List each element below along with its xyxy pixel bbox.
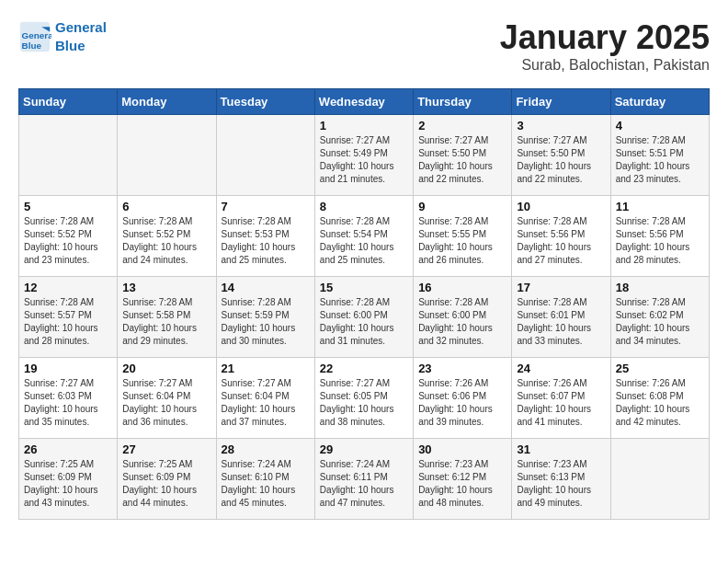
cell-info: Sunrise: 7:24 AMSunset: 6:10 PMDaylight:… <box>222 458 310 510</box>
weekday-header-tuesday: Tuesday <box>216 89 314 115</box>
day-number: 20 <box>122 362 210 375</box>
cell-info: Sunrise: 7:27 AMSunset: 5:50 PMDaylight:… <box>418 134 506 186</box>
calendar-cell <box>216 115 314 196</box>
cell-info: Sunrise: 7:27 AMSunset: 5:50 PMDaylight:… <box>517 134 605 186</box>
calendar-cell: 3Sunrise: 7:27 AMSunset: 5:50 PMDaylight… <box>512 115 610 196</box>
cell-info: Sunrise: 7:28 AMSunset: 5:56 PMDaylight:… <box>616 215 704 267</box>
day-number: 3 <box>517 119 605 132</box>
weekday-header-row: SundayMondayTuesdayWednesdayThursdayFrid… <box>19 89 710 115</box>
day-number: 18 <box>616 281 704 294</box>
calendar-cell: 29Sunrise: 7:24 AMSunset: 6:11 PMDayligh… <box>314 439 413 520</box>
calendar-cell: 1Sunrise: 7:27 AMSunset: 5:49 PMDaylight… <box>314 115 413 196</box>
svg-text:Blue: Blue <box>22 40 42 50</box>
day-number: 5 <box>24 200 112 213</box>
calendar-cell: 30Sunrise: 7:23 AMSunset: 6:12 PMDayligh… <box>414 439 512 520</box>
day-number: 24 <box>517 362 605 375</box>
calendar-week-row: 12Sunrise: 7:28 AMSunset: 5:57 PMDayligh… <box>19 277 710 358</box>
day-number: 16 <box>418 281 506 294</box>
day-number: 17 <box>517 281 605 294</box>
cell-info: Sunrise: 7:28 AMSunset: 5:53 PMDaylight:… <box>222 215 310 267</box>
calendar-cell: 2Sunrise: 7:27 AMSunset: 5:50 PMDaylight… <box>414 115 512 196</box>
day-number: 23 <box>418 362 506 375</box>
day-number: 4 <box>616 119 704 132</box>
calendar-week-row: 26Sunrise: 7:25 AMSunset: 6:09 PMDayligh… <box>19 439 710 520</box>
calendar-week-row: 1Sunrise: 7:27 AMSunset: 5:49 PMDaylight… <box>19 115 710 196</box>
day-number: 15 <box>320 281 408 294</box>
day-number: 9 <box>418 200 506 213</box>
cell-info: Sunrise: 7:28 AMSunset: 5:52 PMDaylight:… <box>24 215 112 267</box>
calendar-cell: 18Sunrise: 7:28 AMSunset: 6:02 PMDayligh… <box>610 277 709 358</box>
day-number: 11 <box>616 200 704 213</box>
day-number: 1 <box>320 119 408 132</box>
calendar-cell: 23Sunrise: 7:26 AMSunset: 6:06 PMDayligh… <box>414 358 512 439</box>
weekday-header-monday: Monday <box>118 89 216 115</box>
calendar-cell: 16Sunrise: 7:28 AMSunset: 6:00 PMDayligh… <box>414 277 512 358</box>
day-number: 25 <box>616 362 704 375</box>
calendar-cell <box>118 115 216 196</box>
weekday-header-sunday: Sunday <box>19 89 118 115</box>
calendar-cell: 19Sunrise: 7:27 AMSunset: 6:03 PMDayligh… <box>19 358 118 439</box>
cell-info: Sunrise: 7:28 AMSunset: 6:02 PMDaylight:… <box>616 296 704 348</box>
page-header: General Blue General Blue January 2025 S… <box>18 18 710 74</box>
calendar-subtitle: Surab, Balochistan, Pakistan <box>500 57 710 74</box>
cell-info: Sunrise: 7:28 AMSunset: 5:54 PMDaylight:… <box>320 215 408 267</box>
cell-info: Sunrise: 7:24 AMSunset: 6:11 PMDaylight:… <box>320 458 408 510</box>
cell-info: Sunrise: 7:28 AMSunset: 5:56 PMDaylight:… <box>517 215 605 267</box>
calendar-cell <box>610 439 709 520</box>
cell-info: Sunrise: 7:28 AMSunset: 6:00 PMDaylight:… <box>320 296 408 348</box>
calendar-cell: 6Sunrise: 7:28 AMSunset: 5:52 PMDaylight… <box>118 196 216 277</box>
cell-info: Sunrise: 7:28 AMSunset: 6:01 PMDaylight:… <box>517 296 605 348</box>
logo: General Blue General Blue <box>18 18 107 54</box>
calendar-cell: 7Sunrise: 7:28 AMSunset: 5:53 PMDaylight… <box>216 196 314 277</box>
calendar-cell: 5Sunrise: 7:28 AMSunset: 5:52 PMDaylight… <box>19 196 118 277</box>
weekday-header-thursday: Thursday <box>414 89 512 115</box>
day-number: 21 <box>222 362 310 375</box>
day-number: 12 <box>24 281 112 294</box>
calendar-cell <box>19 115 118 196</box>
title-block: January 2025 Surab, Balochistan, Pakista… <box>500 18 710 74</box>
day-number: 14 <box>222 281 310 294</box>
day-number: 28 <box>222 442 310 456</box>
day-number: 30 <box>418 442 506 456</box>
calendar-cell: 21Sunrise: 7:27 AMSunset: 6:04 PMDayligh… <box>216 358 314 439</box>
cell-info: Sunrise: 7:28 AMSunset: 5:55 PMDaylight:… <box>418 215 506 267</box>
cell-info: Sunrise: 7:23 AMSunset: 6:12 PMDaylight:… <box>418 458 506 510</box>
day-number: 22 <box>320 362 408 375</box>
cell-info: Sunrise: 7:27 AMSunset: 6:03 PMDaylight:… <box>24 377 112 429</box>
logo-line1: General <box>55 18 107 37</box>
calendar-cell: 24Sunrise: 7:26 AMSunset: 6:07 PMDayligh… <box>512 358 610 439</box>
calendar-cell: 13Sunrise: 7:28 AMSunset: 5:58 PMDayligh… <box>118 277 216 358</box>
day-number: 19 <box>24 362 112 375</box>
cell-info: Sunrise: 7:28 AMSunset: 5:59 PMDaylight:… <box>222 296 310 348</box>
calendar-cell: 27Sunrise: 7:25 AMSunset: 6:09 PMDayligh… <box>118 439 216 520</box>
cell-info: Sunrise: 7:28 AMSunset: 5:58 PMDaylight:… <box>122 296 210 348</box>
cell-info: Sunrise: 7:28 AMSunset: 5:51 PMDaylight:… <box>616 134 704 186</box>
calendar-week-row: 5Sunrise: 7:28 AMSunset: 5:52 PMDaylight… <box>19 196 710 277</box>
day-number: 13 <box>122 281 210 294</box>
calendar-cell: 8Sunrise: 7:28 AMSunset: 5:54 PMDaylight… <box>314 196 413 277</box>
day-number: 31 <box>517 442 605 456</box>
weekday-header-saturday: Saturday <box>610 89 709 115</box>
calendar-cell: 25Sunrise: 7:26 AMSunset: 6:08 PMDayligh… <box>610 358 709 439</box>
cell-info: Sunrise: 7:25 AMSunset: 6:09 PMDaylight:… <box>122 458 210 510</box>
calendar-cell: 10Sunrise: 7:28 AMSunset: 5:56 PMDayligh… <box>512 196 610 277</box>
day-number: 7 <box>222 200 310 213</box>
day-number: 29 <box>320 442 408 456</box>
calendar-cell: 22Sunrise: 7:27 AMSunset: 6:05 PMDayligh… <box>314 358 413 439</box>
calendar-cell: 11Sunrise: 7:28 AMSunset: 5:56 PMDayligh… <box>610 196 709 277</box>
weekday-header-friday: Friday <box>512 89 610 115</box>
cell-info: Sunrise: 7:28 AMSunset: 5:57 PMDaylight:… <box>24 296 112 348</box>
logo-line2: Blue <box>55 37 107 55</box>
calendar-week-row: 19Sunrise: 7:27 AMSunset: 6:03 PMDayligh… <box>19 358 710 439</box>
calendar-cell: 9Sunrise: 7:28 AMSunset: 5:55 PMDaylight… <box>414 196 512 277</box>
cell-info: Sunrise: 7:26 AMSunset: 6:07 PMDaylight:… <box>517 377 605 429</box>
day-number: 26 <box>24 442 112 456</box>
calendar-table: SundayMondayTuesdayWednesdayThursdayFrid… <box>18 88 710 520</box>
cell-info: Sunrise: 7:27 AMSunset: 6:04 PMDaylight:… <box>222 377 310 429</box>
calendar-cell: 31Sunrise: 7:23 AMSunset: 6:13 PMDayligh… <box>512 439 610 520</box>
day-number: 6 <box>122 200 210 213</box>
cell-info: Sunrise: 7:26 AMSunset: 6:08 PMDaylight:… <box>616 377 704 429</box>
calendar-cell: 28Sunrise: 7:24 AMSunset: 6:10 PMDayligh… <box>216 439 314 520</box>
cell-info: Sunrise: 7:27 AMSunset: 6:04 PMDaylight:… <box>122 377 210 429</box>
svg-text:General: General <box>22 29 51 40</box>
